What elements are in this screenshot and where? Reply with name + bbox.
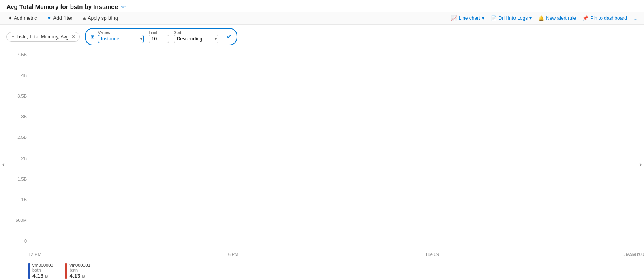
legend-color-vm1 bbox=[65, 263, 67, 279]
legend-text-vm1: vm000001 bstn 4.13 B bbox=[69, 263, 90, 279]
h-line-1-5b bbox=[28, 181, 636, 181]
data-line-vm0 bbox=[28, 66, 636, 66]
y-label-4b: 4B bbox=[21, 73, 27, 78]
edit-icon[interactable]: ✏ bbox=[121, 4, 126, 10]
chart-lines bbox=[28, 49, 636, 247]
h-line-3b bbox=[28, 115, 636, 115]
line-chart-icon: 📈 bbox=[451, 15, 457, 21]
h-line-4b bbox=[28, 71, 636, 71]
chart-area: ‹ › 4.5B 4B 3.5B 3B 2.5B 2B 1.5B 1B 500M… bbox=[0, 49, 644, 279]
legend-color-vm0 bbox=[28, 263, 30, 279]
chart-nav-right-button[interactable]: › bbox=[637, 158, 644, 170]
legend-instance-vm0: vm000000 bbox=[32, 263, 53, 268]
chart-nav-left-button[interactable]: ‹ bbox=[0, 158, 7, 170]
y-label-3-5b: 3.5B bbox=[17, 94, 27, 98]
splitting-config: ⊞ Values Instance ResourceGroup Subscrip… bbox=[85, 28, 237, 45]
h-line-top bbox=[28, 49, 636, 49]
add-metric-button[interactable]: ✦ Add metric bbox=[6, 15, 39, 22]
legend: vm000000 bstn 4.13 B vm000001 bstn 4.13 … bbox=[28, 263, 90, 279]
page-title: Avg Total Memory for bstn by Instance bbox=[6, 3, 118, 10]
header: Avg Total Memory for bstn by Instance ✏ bbox=[0, 0, 644, 12]
values-label: Values bbox=[98, 30, 144, 35]
page: Avg Total Memory for bstn by Instance ✏ … bbox=[0, 0, 644, 279]
add-filter-button[interactable]: ▼ Add filter bbox=[45, 15, 74, 22]
values-select-wrapper: Instance ResourceGroup Subscription bbox=[98, 35, 144, 43]
sort-select-wrapper: Ascending Descending bbox=[174, 35, 218, 43]
x-label-tue09: Tue 09 bbox=[425, 252, 439, 257]
y-label-2b: 2B bbox=[21, 156, 27, 161]
x-label-utc: UTC-08:00 bbox=[622, 252, 644, 257]
toolbar: ✦ Add metric ▼ Add filter ⊞ Apply splitt… bbox=[0, 12, 644, 25]
alert-icon: 🔔 bbox=[538, 15, 544, 21]
filter-icon: ▼ bbox=[47, 15, 51, 21]
apply-splitting-button[interactable]: ⊞ Apply splitting bbox=[81, 15, 120, 22]
data-line-vm1 bbox=[28, 68, 636, 68]
values-select[interactable]: Instance ResourceGroup Subscription bbox=[98, 35, 144, 43]
y-label-4-5b: 4.5B bbox=[17, 52, 27, 57]
y-label-1b: 1B bbox=[21, 197, 27, 202]
h-line-500m bbox=[28, 225, 636, 225]
legend-sub-vm0: bstn bbox=[32, 268, 53, 273]
legend-value-vm1: 4.13 B bbox=[69, 273, 90, 279]
y-label-0: 0 bbox=[24, 239, 27, 243]
new-alert-rule-button[interactable]: 🔔 New alert rule bbox=[538, 15, 576, 21]
pin-icon: 📌 bbox=[582, 15, 588, 21]
line-chart-button[interactable]: 📈 Line chart ▾ bbox=[451, 15, 484, 21]
limit-input[interactable] bbox=[149, 35, 169, 43]
h-line-3-5b bbox=[28, 93, 636, 93]
legend-value-vm0: 4.13 B bbox=[32, 273, 53, 279]
sort-label: Sort bbox=[174, 30, 218, 35]
legend-text-vm0: vm000000 bstn 4.13 B bbox=[32, 263, 53, 279]
sort-field: Sort Ascending Descending bbox=[174, 30, 218, 43]
metric-pill: 〰 bstn, Total Memory, Avg ✕ bbox=[6, 32, 80, 42]
x-label-6pm: 6 PM bbox=[228, 252, 239, 257]
split-icon: ⊞ bbox=[82, 15, 86, 21]
toolbar-right: 📈 Line chart ▾ 📄 Drill into Logs ▾ 🔔 New… bbox=[451, 15, 638, 21]
y-axis: 4.5B 4B 3.5B 3B 2.5B 2B 1.5B 1B 500M 0 bbox=[8, 49, 28, 247]
limit-label: Limit bbox=[149, 30, 169, 35]
metric-pill-label: bstn, Total Memory, Avg bbox=[17, 34, 69, 40]
y-label-2-5b: 2.5B bbox=[17, 135, 27, 140]
logs-icon: 📄 bbox=[491, 15, 497, 21]
line-chart-chevron-icon: ▾ bbox=[482, 15, 484, 21]
metric-close-button[interactable]: ✕ bbox=[71, 34, 75, 40]
legend-item-vm1: vm000001 bstn 4.13 B bbox=[65, 263, 90, 279]
sort-select[interactable]: Ascending Descending bbox=[174, 35, 218, 43]
y-label-500m: 500M bbox=[15, 218, 27, 223]
metric-pill-icon: 〰 bbox=[11, 34, 15, 39]
x-axis: 12 PM 6 PM Tue 09 6 AM bbox=[28, 252, 636, 257]
x-label-12pm: 12 PM bbox=[28, 252, 41, 257]
splitting-row: 〰 bstn, Total Memory, Avg ✕ ⊞ Values Ins… bbox=[0, 25, 644, 49]
add-metric-icon: ✦ bbox=[8, 15, 12, 21]
legend-sub-vm1: bstn bbox=[69, 268, 90, 273]
logs-chevron-icon: ▾ bbox=[529, 15, 532, 21]
h-line-2b bbox=[28, 159, 636, 159]
drill-into-logs-button[interactable]: 📄 Drill into Logs ▾ bbox=[491, 15, 532, 21]
h-line-2-5b bbox=[28, 137, 636, 137]
legend-item-vm0: vm000000 bstn 4.13 B bbox=[28, 263, 53, 279]
more-button[interactable]: ... bbox=[633, 15, 638, 21]
limit-field: Limit bbox=[149, 30, 169, 43]
y-label-1-5b: 1.5B bbox=[17, 177, 27, 181]
values-field: Values Instance ResourceGroup Subscripti… bbox=[98, 30, 144, 43]
h-line-bottom bbox=[28, 247, 636, 247]
y-label-3b: 3B bbox=[21, 114, 27, 119]
split-config-icon: ⊞ bbox=[90, 34, 95, 40]
split-confirm-button[interactable]: ✔ bbox=[227, 33, 232, 40]
legend-instance-vm1: vm000001 bbox=[69, 263, 90, 268]
pin-to-dashboard-button[interactable]: 📌 Pin to dashboard bbox=[582, 15, 627, 21]
h-line-1b bbox=[28, 203, 636, 203]
